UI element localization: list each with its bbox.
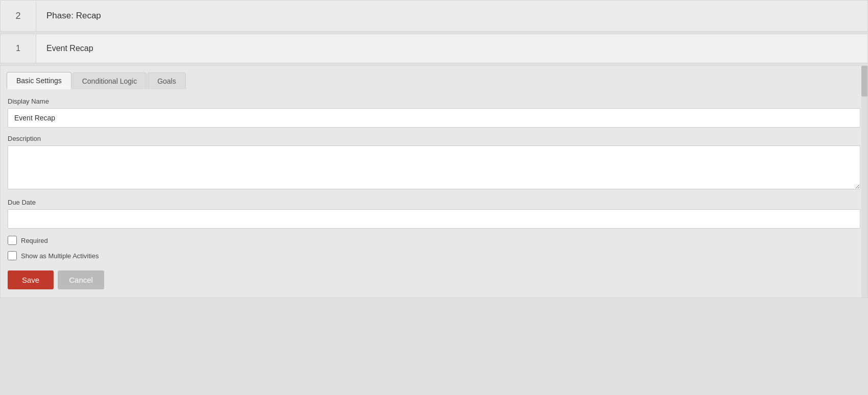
- description-textarea[interactable]: [8, 145, 860, 189]
- button-row: Save Cancel: [8, 270, 860, 289]
- show-multiple-checkbox[interactable]: [8, 251, 17, 260]
- phase-row: 2 Phase: Recap: [0, 0, 868, 32]
- tabs-row: Basic Settings Conditional Logic Goals: [1, 66, 867, 89]
- due-date-group: Due Date: [8, 199, 860, 229]
- scrollbar-track[interactable]: [861, 66, 867, 298]
- due-date-input[interactable]: [8, 209, 860, 229]
- tab-basic-settings[interactable]: Basic Settings: [7, 72, 71, 89]
- show-multiple-checkbox-row: Show as Multiple Activities: [8, 251, 860, 260]
- scrollbar-thumb[interactable]: [861, 66, 867, 96]
- required-checkbox[interactable]: [8, 236, 17, 245]
- description-group: Description: [8, 135, 860, 191]
- checkbox-group: Required Show as Multiple Activities: [8, 236, 860, 263]
- display-name-label: Display Name: [8, 97, 860, 105]
- save-button[interactable]: Save: [8, 270, 54, 289]
- event-row: 1 Event Recap: [0, 34, 868, 63]
- display-name-input[interactable]: [8, 108, 860, 128]
- required-label: Required: [21, 237, 48, 244]
- tab-goals[interactable]: Goals: [148, 72, 186, 89]
- display-name-group: Display Name: [8, 97, 860, 128]
- description-label: Description: [8, 135, 860, 142]
- tab-conditional-logic[interactable]: Conditional Logic: [73, 72, 147, 89]
- phase-title: Phase: Recap: [36, 1, 111, 31]
- form-body: Display Name Description Due Date Requir…: [1, 89, 867, 298]
- required-checkbox-row: Required: [8, 236, 860, 245]
- phase-number: 2: [1, 1, 36, 31]
- form-panel: Basic Settings Conditional Logic Goals D…: [0, 65, 868, 298]
- due-date-label: Due Date: [8, 199, 860, 206]
- event-number: 1: [1, 34, 36, 63]
- event-title: Event Recap: [36, 34, 104, 63]
- show-multiple-label: Show as Multiple Activities: [21, 252, 99, 260]
- cancel-button[interactable]: Cancel: [58, 270, 104, 289]
